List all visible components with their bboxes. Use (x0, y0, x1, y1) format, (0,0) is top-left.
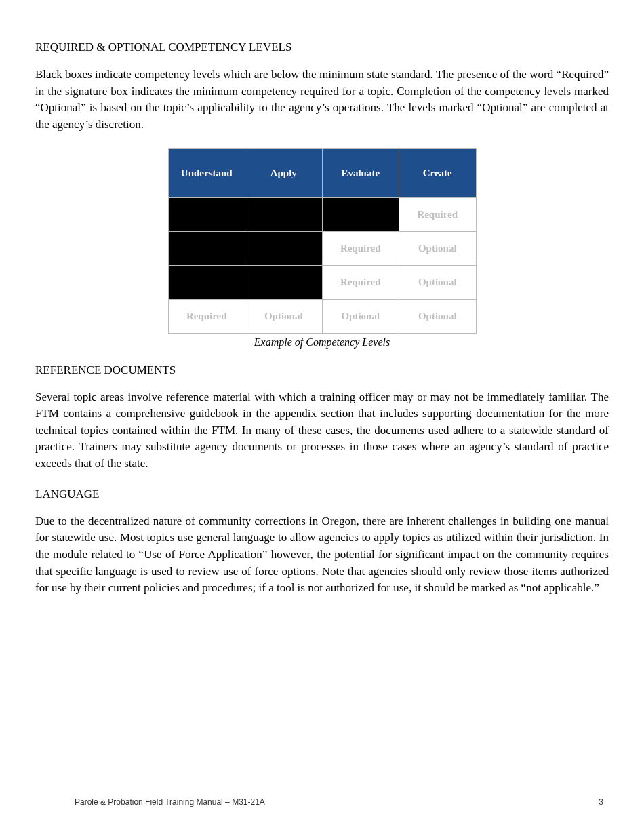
table-cell (168, 265, 245, 299)
table-cell: Optional (399, 299, 477, 333)
section-body-reference: Several topic areas involve reference ma… (35, 389, 609, 473)
section-body-language: Due to the decentralized nature of commu… (35, 513, 609, 597)
table-cell: Required (399, 197, 477, 231)
table-cell: Optional (245, 299, 323, 333)
table-row: RequiredOptional (168, 265, 476, 299)
table-cell: Required (322, 231, 399, 265)
table-cell: Optional (399, 265, 477, 299)
table-cell (322, 197, 399, 231)
table-cell (168, 197, 245, 231)
table-header-row: Understand Apply Evaluate Create (168, 148, 476, 197)
table-cell: Required (168, 299, 245, 333)
section-heading-language: LANGUAGE (35, 488, 609, 501)
table-row: RequiredOptional (168, 231, 476, 265)
col-header: Understand (168, 148, 245, 197)
col-header: Evaluate (322, 148, 399, 197)
table-row: RequiredOptionalOptionalOptional (168, 299, 476, 333)
table-caption: Example of Competency Levels (254, 336, 390, 349)
footer-left: Parole & Probation Field Training Manual… (75, 797, 265, 807)
table-cell (245, 265, 323, 299)
table-cell (245, 231, 323, 265)
table-cell: Optional (399, 231, 477, 265)
section-body-competency: Black boxes indicate competency levels w… (35, 66, 609, 134)
table-row: Required (168, 197, 476, 231)
table-cell (245, 197, 323, 231)
table-body: RequiredRequiredOptionalRequiredOptional… (168, 197, 476, 333)
table-cell: Required (322, 265, 399, 299)
competency-table-wrapper: Understand Apply Evaluate Create Require… (35, 148, 609, 349)
col-header: Apply (245, 148, 323, 197)
page-footer: Parole & Probation Field Training Manual… (75, 797, 603, 807)
competency-table: Understand Apply Evaluate Create Require… (168, 148, 477, 334)
col-header: Create (399, 148, 477, 197)
section-heading-reference: REFERENCE DOCUMENTS (35, 363, 609, 377)
table-cell (168, 231, 245, 265)
section-heading-competency: REQUIRED & OPTIONAL COMPETENCY LEVELS (35, 41, 609, 54)
table-cell: Optional (322, 299, 399, 333)
footer-right: 3 (599, 797, 603, 807)
